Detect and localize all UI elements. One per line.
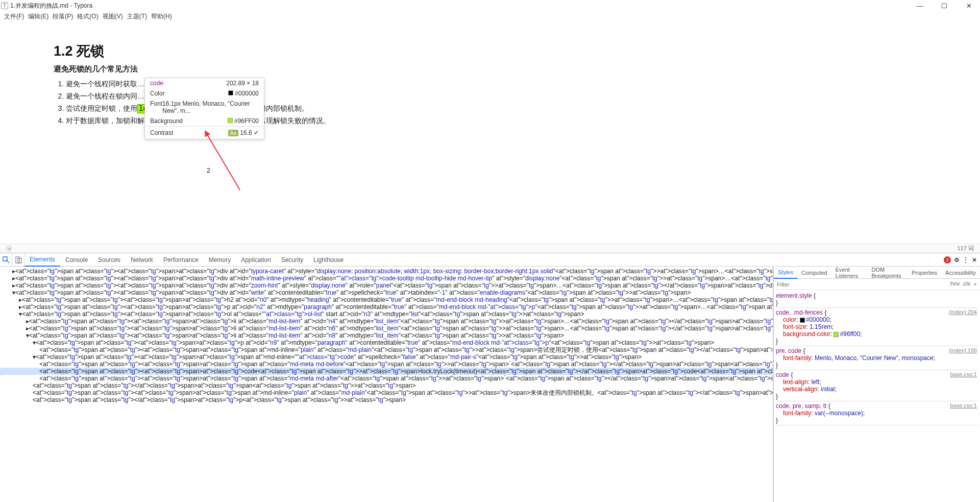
styles-side-tab[interactable]: Styles	[774, 267, 797, 279]
new-style-button[interactable]: ＋	[972, 280, 978, 288]
doc-subtitle: 避免死锁的几个常见方法	[54, 64, 926, 74]
status-dot-icon[interactable]	[6, 246, 12, 251]
styles-filter-input[interactable]	[774, 281, 947, 288]
window-title: 1.并发编程的挑战.md - Typora	[10, 2, 92, 10]
dom-line[interactable]: <at">class="tg">span at">class="tg"><at"…	[0, 346, 773, 353]
menu-item[interactable]: 视图(V)	[103, 12, 123, 21]
dom-line[interactable]: <at">class="tg">span at">class="tg"></at…	[0, 396, 773, 403]
word-count: 117 词	[958, 245, 974, 252]
doc-heading: 1.2 死锁	[54, 42, 926, 60]
css-rule[interactable]: base.css:1code, pre, samp, tt {font-fami…	[776, 401, 978, 425]
dom-line[interactable]: ▸<at">class="tg">span at">class="tg"><at…	[0, 303, 773, 310]
styles-side-tab[interactable]: Event Listeners	[831, 267, 868, 279]
close-button[interactable]: ✕	[962, 2, 976, 10]
tooltip-row: Font16.1px Menlo, Monaco, "Courier New",…	[145, 99, 264, 116]
dom-line[interactable]: ▾<at">class="tg">span at">class="tg"><at…	[0, 339, 773, 346]
css-rule[interactable]: (index):204code, .md-fences {color: #000…	[776, 308, 978, 346]
dom-line[interactable]: <at">class="tg">span at">class="tg"><at"…	[0, 361, 773, 368]
annot-2: 2	[207, 167, 210, 174]
styles-rules[interactable]: element.style {}(index):204code, .md-fen…	[774, 290, 980, 502]
tooltip-tag: code	[150, 80, 163, 87]
devtools-tab[interactable]: Sources	[93, 253, 126, 267]
rule-source-link[interactable]: base.css:1	[950, 402, 977, 409]
error-badge[interactable]: 2	[944, 256, 951, 264]
more-icon[interactable]: ⋮	[963, 256, 969, 264]
hov-toggle[interactable]: :hov	[949, 280, 960, 288]
menu-item[interactable]: 编辑(E)	[28, 12, 48, 21]
maximize-button[interactable]: ☐	[937, 2, 951, 10]
dom-line[interactable]: <at">class="tg">span at">class="tg"><at"…	[0, 368, 773, 375]
dom-line[interactable]: ▸<at">class="tg">span at">class="tg"><at…	[0, 268, 773, 275]
menu-item[interactable]: 段落(P)	[53, 12, 73, 21]
device-toggle-button[interactable]	[12, 253, 24, 267]
menu-item[interactable]: 帮助(H)	[151, 12, 172, 21]
styles-side-tab[interactable]: DOM Breakpoints	[867, 267, 908, 279]
devtools-tab[interactable]: Security	[276, 253, 308, 267]
element-inspector-tooltip: code202.89 × 18 Color#000000Font16.1px M…	[144, 78, 264, 139]
menu-item[interactable]: 主题(T)	[127, 12, 147, 21]
devtools-panel: ElementsConsoleSourcesNetworkPerformance…	[0, 253, 980, 502]
check-icon: ✔	[254, 129, 259, 136]
dom-line[interactable]: ▾<at">class="tg">span at">class="tg"><at…	[0, 289, 773, 296]
devtools-tab[interactable]: Console	[60, 253, 93, 267]
rule-source-link[interactable]: (index):204	[949, 309, 977, 315]
devtools-tab[interactable]: Elements	[24, 253, 60, 267]
css-rule[interactable]: element.style {}	[776, 291, 978, 308]
svg-line-1	[207, 134, 240, 190]
tooltip-contrast-label: Contrast	[150, 129, 173, 136]
dom-line[interactable]: <at">class="tg">span at">class="tg"><at"…	[0, 389, 773, 396]
css-rule[interactable]: base.css:1code {text-align: left;vertica…	[776, 370, 978, 401]
menu-item[interactable]: 格式(O)	[77, 12, 98, 21]
dom-line[interactable]: <at">class="tg">span at">class="tg"></at…	[0, 382, 773, 389]
dom-tree[interactable]: ⋯ ▸<at">class="tg">span at">class="tg"><…	[0, 267, 773, 502]
devtools-tab[interactable]: Performance	[158, 253, 204, 267]
close-devtools-button[interactable]: ✕	[972, 256, 977, 264]
minimize-button[interactable]: —	[913, 2, 927, 10]
settings-icon[interactable]: ⚙	[954, 256, 960, 264]
dom-line[interactable]: ▾<at">class="tg">span at">class="tg"><at…	[0, 332, 773, 339]
dom-line[interactable]: ▾<at">class="tg">span at">class="tg"><at…	[0, 353, 773, 361]
rule-source-link[interactable]: base.css:1	[950, 371, 977, 377]
devtools-tab[interactable]: Lighthouse	[308, 253, 349, 267]
styles-side-tab[interactable]: Properties	[908, 267, 941, 279]
inspect-element-button[interactable]	[0, 253, 12, 267]
dom-line[interactable]: ▸<at">class="tg">span at">class="tg"><at…	[0, 318, 773, 325]
annotation-arrow-3	[510, 149, 582, 253]
contrast-aa-badge: Aa	[228, 130, 238, 136]
dom-line[interactable]: <at">class="tg">span at">class="tg"><at"…	[0, 375, 773, 382]
styles-side-tab[interactable]: Accessibility	[941, 267, 980, 279]
devtools-tab[interactable]: Memory	[204, 253, 236, 267]
devtools-tab[interactable]: Network	[126, 253, 158, 267]
tooltip-row: Color#000000	[145, 88, 264, 99]
rule-source-link[interactable]: (index):199	[949, 347, 977, 353]
dom-line[interactable]: ▸<at">class="tg">span at">class="tg"><at…	[0, 275, 773, 282]
css-rule[interactable]: (index):199pre, code {font-family: Menlo…	[776, 346, 978, 370]
app-icon: T	[1, 2, 8, 9]
menu-item[interactable]: 文件(F)	[4, 12, 24, 21]
tooltip-row: Background#96FF00	[145, 116, 264, 126]
styles-side-tab[interactable]: Computed	[797, 267, 831, 279]
cls-toggle[interactable]: .cls	[962, 280, 971, 288]
dom-line[interactable]: ▸<at">class="tg">span at">class="tg"><at…	[0, 296, 773, 303]
editor-area[interactable]: 1.2 死锁 避免死锁的几个常见方法 避免一个线程同时获取……避免一个线程在锁内…	[0, 21, 980, 253]
dom-line[interactable]: ▸<at">class="tg">span at">class="tg"><at…	[0, 325, 773, 332]
tooltip-size: 202.89 × 18	[226, 80, 259, 87]
devtools-tab[interactable]: Application	[236, 253, 276, 267]
dom-line[interactable]: ▸<at">class="tg">span at">class="tg"><at…	[0, 282, 773, 289]
dom-line[interactable]: ▾<at">class="tg">span at">class="tg"><at…	[0, 310, 773, 318]
